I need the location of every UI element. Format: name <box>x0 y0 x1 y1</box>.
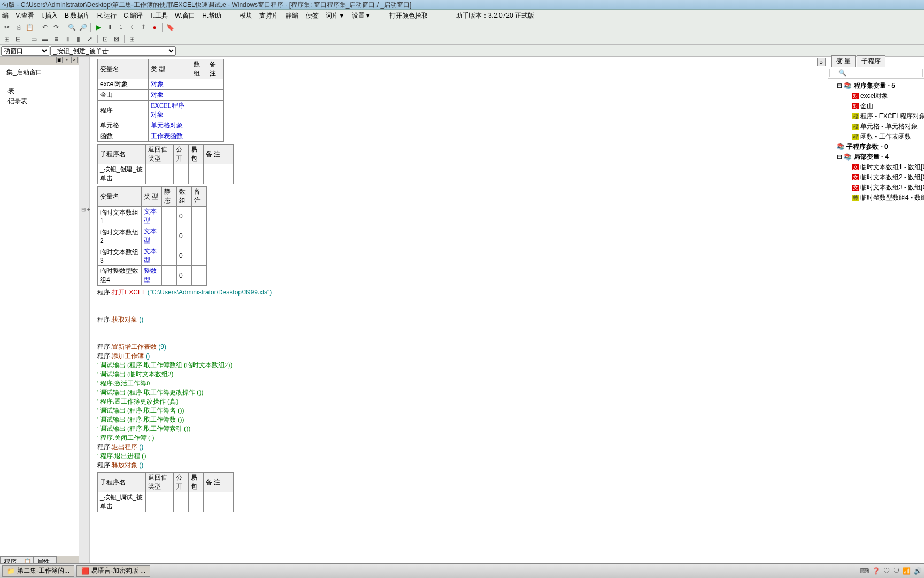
code-editor[interactable]: ⊟ + 变量名类 型数组备 注 excel对象对象 金山对象 程序EXCEL程序… <box>79 57 828 566</box>
cut-icon[interactable]: ✂ <box>2 22 12 32</box>
tray-icon[interactable]: 🛡 <box>883 567 890 575</box>
comment-line[interactable]: ' 程序.置工作簿更改操作 (真) <box>95 397 828 406</box>
tb2-1[interactable]: ⊞ <box>2 34 12 44</box>
menu-compile[interactable]: C.编译 <box>124 12 143 19</box>
dropdown-row: 动窗口 _按钮_创建_被单击 <box>0 45 924 57</box>
tab-vars[interactable]: 变 量 <box>831 55 856 67</box>
tree-item[interactable]: ·记录表 <box>2 96 76 107</box>
stepinto-icon[interactable]: ⤹ <box>127 22 137 32</box>
tray-icon[interactable]: ❓ <box>872 567 880 575</box>
menu-insert[interactable]: I.插入 <box>41 12 58 19</box>
fold-icon[interactable]: ⊟ + <box>81 207 90 212</box>
menu-module[interactable]: 模块 <box>240 12 252 19</box>
menu-help[interactable]: H.帮助 <box>202 12 221 19</box>
tb2-4[interactable]: ▬ <box>40 34 50 44</box>
dock-icon[interactable]: ▫ <box>64 57 70 63</box>
subroutine2-table[interactable]: 子程序名返回值类型公开易包备 注 _按钮_调试_被单击 <box>97 472 234 512</box>
menu-settings[interactable]: 设置▼ <box>352 12 371 19</box>
tb2-5[interactable]: ≡ <box>51 34 61 44</box>
module-vars-table[interactable]: 变量名类 型数组备 注 excel对象对象 金山对象 程序EXCEL程序对象 单… <box>97 59 224 142</box>
pause-icon[interactable]: ⏸ <box>105 22 114 32</box>
find-icon[interactable]: 🔍 <box>67 22 76 32</box>
tb2-10[interactable]: ⊠ <box>112 34 121 44</box>
breakpoint-icon[interactable]: ● <box>150 22 159 32</box>
comment-line[interactable]: ' 程序.激活工作簿0 <box>95 379 828 388</box>
paste-icon[interactable]: 📋 <box>25 22 34 32</box>
event-dropdown[interactable]: _按钮_创建_被单击 <box>50 46 176 56</box>
tray-icon[interactable]: ⌨ <box>860 567 869 575</box>
code-line[interactable]: 程序.获取对象 () <box>95 315 828 324</box>
menu-support[interactable]: 支持库 <box>259 12 279 19</box>
tray-icon[interactable]: 📶 <box>903 567 911 575</box>
tb2-3[interactable]: ▭ <box>29 34 38 44</box>
pin-icon[interactable]: ▣ <box>56 57 63 63</box>
toolbar-sub: ⊞ ⊟ ▭ ▬ ≡ ⫴ ⫼ ⤢ ⊡ ⊠ ⊞ <box>0 33 924 45</box>
system-tray[interactable]: ⌨ ❓ 🛡 🛡 📶 🔊 <box>860 567 922 575</box>
menu-note[interactable]: 便签 <box>306 12 319 19</box>
taskbar: 📁 第二集-工作簿的... 🟥 易语言-加密狗版 ... ⌨ ❓ 🛡 🛡 📶 🔊 <box>0 563 924 578</box>
run-icon[interactable]: ▶ <box>94 22 103 32</box>
comment-line[interactable]: ' 调试输出 (临时文本数组2) <box>95 370 828 379</box>
tb2-7[interactable]: ⫼ <box>74 34 83 44</box>
code-line[interactable]: 程序.退出程序 () <box>95 443 828 452</box>
menu-edit[interactable]: 编 <box>2 12 9 19</box>
comment-line[interactable]: ' 程序.退出进程 () <box>95 452 828 461</box>
tray-icon[interactable]: 🔊 <box>914 567 922 575</box>
var-tree[interactable]: ⊟ 📚 程序集变量 - 5 对excel对象 对金山 程程序 - EXCEL程序… <box>828 79 924 205</box>
close-icon[interactable]: × <box>71 57 78 63</box>
copy-icon[interactable]: ⎘ <box>13 22 23 32</box>
code-line[interactable]: 程序.打开EXCEL ("C:\Users\Administrator\Desk… <box>95 288 828 297</box>
stepover-icon[interactable]: ⤵ <box>116 22 126 32</box>
stepout-icon[interactable]: ⤴ <box>138 22 148 32</box>
task-item-folder[interactable]: 📁 第二集-工作簿的... <box>2 565 74 577</box>
findnext-icon[interactable]: 🔎 <box>78 22 88 32</box>
tb2-6[interactable]: ⫴ <box>63 34 72 44</box>
tree-item[interactable]: ·表 <box>2 86 76 96</box>
expand-icon[interactable]: » <box>817 58 826 66</box>
comment-line[interactable]: ' 调试输出 (程序.取工作簿数 ()) <box>95 415 828 424</box>
search-input[interactable] <box>829 69 923 77</box>
menu-dict[interactable]: 词库▼ <box>326 12 345 19</box>
project-tree[interactable]: 集_启动窗口 ·表 ·记录表 <box>0 65 79 109</box>
local-vars-table[interactable]: 变量名类 型静态数组备 注 临时文本数组1文本型0 临时文本数组2文本型0 临时… <box>97 186 207 286</box>
menu-version: 助手版本：3.2.0720 正式版 <box>456 12 534 19</box>
variables-pane: 变 量 子程序 ⊟ 📚 程序集变量 - 5 对excel对象 对金山 程程序 -… <box>828 57 924 566</box>
object-dropdown[interactable]: 动窗口 <box>1 46 49 56</box>
comment-line[interactable]: ' 调试输出 (程序.取工作簿数组 (临时文本数组2)) <box>95 361 828 370</box>
project-pane: ▣ ▫ × 集_启动窗口 ·表 ·记录表 程序 📋 属性 <box>0 57 79 566</box>
tab-subs[interactable]: 子程序 <box>857 55 886 67</box>
comment-line[interactable]: ' 程序.关闭工作簿 ( ) <box>95 434 828 443</box>
redo-icon[interactable]: ↷ <box>51 22 61 32</box>
tb2-11[interactable]: ⊞ <box>127 34 137 44</box>
comment-line[interactable]: ' 调试输出 (程序.取工作簿名 ()) <box>95 406 828 415</box>
task-item-elang[interactable]: 🟥 易语言-加密狗版 ... <box>76 565 150 577</box>
menu-window[interactable]: W.窗口 <box>175 12 195 19</box>
toolbar-main: ✂ ⎘ 📋 ↶ ↷ 🔍 🔎 ▶ ⏸ ⤵ ⤹ ⤴ ● 🔖 <box>0 21 924 33</box>
comment-line[interactable]: ' 调试输出 (程序.取工作簿更改操作 ()) <box>95 388 828 397</box>
menu-tools[interactable]: T.工具 <box>150 12 167 19</box>
undo-icon[interactable]: ↶ <box>40 22 50 32</box>
titlebar: 句版 - C:\Users\Administrator\Desktop\第二集-… <box>0 0 924 10</box>
code-line[interactable]: 程序.释放对象 () <box>95 461 828 470</box>
menu-run[interactable]: R.运行 <box>97 12 117 19</box>
tray-icon[interactable]: 🛡 <box>893 567 899 575</box>
menu-database[interactable]: B.数据库 <box>65 12 90 19</box>
comment-line[interactable]: ' 调试输出 (程序.取工作簿索引 ()) <box>95 424 828 434</box>
subroutine-table[interactable]: 子程序名返回值类型公开易包备 注 _按钮_创建_被单击 <box>97 144 234 184</box>
menubar: 编 V.查看 I.插入 B.数据库 R.运行 C.编译 T.工具 W.窗口 H.… <box>0 10 924 21</box>
tb2-8[interactable]: ⤢ <box>85 34 95 44</box>
bookmark-icon[interactable]: 🔖 <box>165 22 175 32</box>
menu-view[interactable]: V.查看 <box>16 12 34 19</box>
tb2-9[interactable]: ⊡ <box>101 34 110 44</box>
menu-colorpick[interactable]: 打开颜色拾取 <box>389 12 428 19</box>
tree-item[interactable]: 集_启动窗口 <box>2 67 76 78</box>
tb2-2[interactable]: ⊟ <box>13 34 23 44</box>
code-line[interactable]: 程序.置新增工作表数 (9) <box>95 343 828 352</box>
menu-static[interactable]: 静编 <box>286 12 298 19</box>
code-line[interactable]: 程序.添加工作簿 () <box>95 352 828 361</box>
